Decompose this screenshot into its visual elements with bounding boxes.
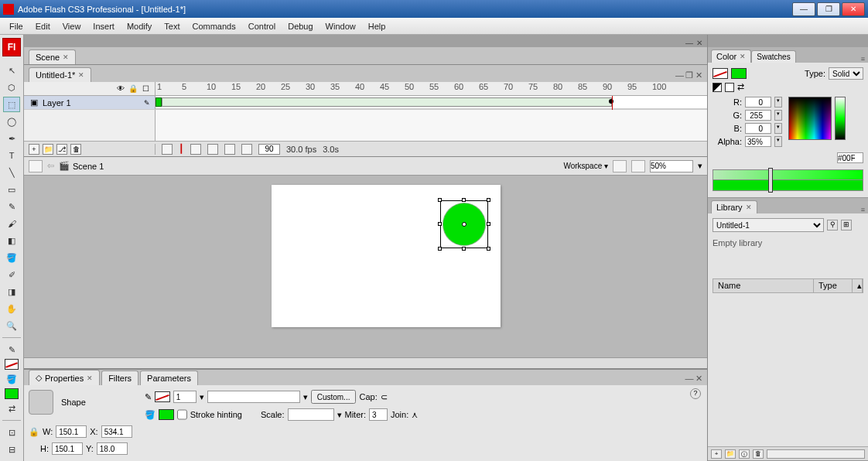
menu-view[interactable]: View <box>56 19 87 33</box>
back-icon[interactable]: ⇦ <box>47 161 54 171</box>
new-library-icon[interactable]: ⊞ <box>841 220 852 230</box>
stroke-color-swatch[interactable] <box>155 391 170 402</box>
delete-icon[interactable]: 🗑 <box>753 449 764 459</box>
pin-library-icon[interactable]: ⚲ <box>827 220 838 230</box>
panel-min-icon[interactable]: — <box>685 39 693 47</box>
horizontal-scrollbar[interactable] <box>24 357 707 368</box>
frame-ruler[interactable]: 1510152025303540455055606570758085909510… <box>155 82 707 95</box>
lock-icon[interactable]: 🔒 <box>128 84 138 93</box>
close-button[interactable]: ✕ <box>842 2 865 16</box>
tab-parameters[interactable]: Parameters <box>140 371 198 385</box>
zoom-dropdown-icon[interactable]: ▾ <box>698 161 702 171</box>
edit-scene-list-icon[interactable] <box>631 160 645 172</box>
properties-icon[interactable]: ⓘ <box>739 449 750 459</box>
transform-handle[interactable] <box>438 222 442 226</box>
document-tab[interactable]: Untitled-1*✕ <box>29 67 91 82</box>
menu-file[interactable]: File <box>3 19 29 33</box>
gradient-handle[interactable] <box>768 168 773 193</box>
lasso-tool-icon[interactable]: ◯ <box>3 114 20 129</box>
x-input[interactable] <box>101 425 132 438</box>
transform-handle[interactable] <box>462 247 466 251</box>
new-symbol-icon[interactable]: + <box>711 449 722 459</box>
panel-min-icon[interactable]: — <box>685 374 693 383</box>
new-folder-icon[interactable]: 📁 <box>43 144 53 155</box>
minimize-button[interactable]: — <box>792 2 815 16</box>
workspace-dropdown[interactable]: Workspace ▾ <box>563 162 608 170</box>
scale-select[interactable] <box>288 408 334 421</box>
text-tool-icon[interactable]: T <box>3 148 20 163</box>
center-frame-icon[interactable] <box>162 144 173 155</box>
stroke-spin-icon[interactable]: ▾ <box>200 392 204 402</box>
tab-swatches[interactable]: Swatches <box>751 50 795 63</box>
option-icon[interactable]: ⊟ <box>3 442 20 457</box>
menu-text[interactable]: Text <box>158 19 186 33</box>
menu-control[interactable]: Control <box>242 19 282 33</box>
ink-bottle-tool-icon[interactable]: ◧ <box>3 233 20 248</box>
alpha-input[interactable] <box>745 136 771 147</box>
library-doc-select[interactable]: Untitled-1 <box>713 218 824 232</box>
gradient-bar[interactable] <box>713 169 863 193</box>
custom-stroke-button[interactable]: Custom... <box>311 390 357 404</box>
transform-handle[interactable] <box>438 198 442 202</box>
menu-debug[interactable]: Debug <box>282 19 319 33</box>
frame-track[interactable] <box>155 96 707 109</box>
maximize-button[interactable]: ❐ <box>817 2 840 16</box>
delete-layer-icon[interactable]: 🗑 <box>70 144 81 155</box>
brush-tool-icon[interactable]: 🖌 <box>3 216 20 231</box>
tab-color[interactable]: Color ✕ <box>711 50 751 63</box>
fill-color-swatch[interactable] <box>159 409 174 420</box>
transform-handle[interactable] <box>438 247 442 251</box>
r-input[interactable] <box>745 97 771 108</box>
spin-icon[interactable]: ▾ <box>774 136 782 147</box>
selection-tool-icon[interactable]: ↖ <box>3 63 20 78</box>
transform-handle[interactable] <box>462 198 466 202</box>
visibility-icon[interactable]: 👁 <box>116 84 125 93</box>
cap-icon[interactable]: ⊂ <box>381 392 388 402</box>
spin-icon[interactable]: ▾ <box>774 97 782 108</box>
stroke-style-select[interactable] <box>207 391 300 403</box>
lock-wh-icon[interactable]: 🔒 <box>29 427 39 437</box>
doc-min-icon[interactable]: — <box>675 70 684 80</box>
stroke-weight-input[interactable] <box>173 391 196 403</box>
panel-close-icon[interactable]: ✕ <box>696 39 702 47</box>
edit-symbols-icon[interactable] <box>613 160 627 172</box>
transform-handle[interactable] <box>487 198 490 202</box>
swap-colors-icon[interactable]: ⇄ <box>3 401 20 416</box>
zoom-tool-icon[interactable]: 🔍 <box>3 318 20 333</box>
onion-skin-icon[interactable] <box>190 144 201 155</box>
doc-close-icon[interactable]: ✕ <box>695 70 702 80</box>
g-input[interactable] <box>745 110 771 121</box>
onion-outline-icon[interactable] <box>207 144 218 155</box>
transform-handle[interactable] <box>487 247 490 251</box>
eyedropper-tool-icon[interactable]: ✐ <box>3 267 20 282</box>
menu-modify[interactable]: Modify <box>121 19 158 33</box>
spin-icon[interactable]: ▾ <box>774 123 782 134</box>
swapcolor-icon[interactable]: ⇄ <box>737 82 744 92</box>
color-picker[interactable] <box>788 97 832 140</box>
free-transform-tool-icon[interactable]: ⬚ <box>3 97 20 112</box>
col-name[interactable]: Name <box>713 279 814 292</box>
col-sort-icon[interactable]: ▴ <box>853 279 863 292</box>
scene-tab[interactable]: Scene✕ <box>29 50 76 64</box>
tab-filters[interactable]: Filters <box>101 371 138 385</box>
y-input[interactable] <box>97 442 128 455</box>
onion-markers-icon[interactable] <box>241 144 252 155</box>
edit-multiple-icon[interactable] <box>224 144 235 155</box>
menu-edit[interactable]: Edit <box>29 19 56 33</box>
pencil-tool-icon[interactable]: ✎ <box>3 199 20 214</box>
add-motion-icon[interactable]: ⎇ <box>56 144 67 155</box>
menu-commands[interactable]: Commands <box>186 19 241 33</box>
outline-icon[interactable]: ☐ <box>141 84 150 93</box>
rectangle-tool-icon[interactable]: ▭ <box>3 182 20 197</box>
stroke-swatch-icon[interactable] <box>713 68 728 79</box>
line-tool-icon[interactable]: ╲ <box>3 165 20 180</box>
stroke-hinting-checkbox[interactable] <box>177 408 187 421</box>
paint-bucket-tool-icon[interactable]: 🪣 <box>3 250 20 265</box>
close-icon[interactable]: ✕ <box>78 71 84 79</box>
edit-scene-icon[interactable] <box>29 160 43 172</box>
eraser-tool-icon[interactable]: ◨ <box>3 284 20 299</box>
selected-shape[interactable] <box>440 200 488 248</box>
tab-library[interactable]: Library ✕ <box>711 200 757 213</box>
transform-handle[interactable] <box>487 222 490 226</box>
spin-icon[interactable]: ▾ <box>774 110 782 121</box>
